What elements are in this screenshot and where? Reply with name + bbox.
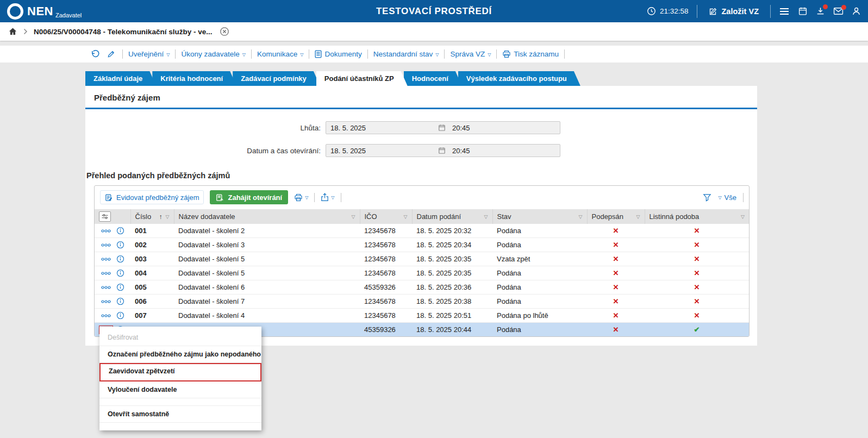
calendar-icon[interactable]	[438, 124, 446, 132]
print-dropdown[interactable]: ▽	[294, 193, 308, 202]
table-row-004[interactable]: 004Dodavatel - školení 51234567818. 5. 2…	[95, 266, 749, 280]
table-heading: Přehled podaných předběžných zájmů	[86, 171, 757, 180]
column-header-podepsan[interactable]: Podepsán▽	[587, 209, 645, 224]
breadcrumb-item[interactable]: N006/25/V00004748 - Telekomunikační služ…	[34, 28, 212, 36]
row-menu-icon[interactable]	[99, 311, 113, 320]
date-value: 18. 5. 2025	[326, 147, 438, 155]
column-header-listinna-podoba[interactable]: Listinná podoba▽	[645, 209, 749, 224]
x-mark-icon: ✕	[694, 255, 700, 263]
edit-pencil-icon[interactable]	[107, 50, 115, 58]
tab-podani-ucastniku-zp[interactable]: Podání účastníků ZP	[316, 71, 408, 86]
create-vz-button[interactable]: Založit VZ	[705, 7, 762, 16]
calendar-icon[interactable]	[438, 147, 446, 154]
vse-dropdown[interactable]: ▽ Vše	[718, 193, 736, 202]
row-menu-icon[interactable]	[99, 241, 113, 249]
evidovat-button[interactable]: Evidovat předběžný zájem	[100, 190, 204, 204]
context-menu-item-vylouceni-dodavatele[interactable]: Vyloučení dodavatele	[99, 381, 261, 398]
cell-listinna-podoba: ✔	[645, 323, 749, 337]
context-menu-item-otevrit-samostatne[interactable]: Otevřít samostatně	[99, 405, 261, 423]
row-menu-icon[interactable]	[99, 283, 113, 292]
filter-caret-icon[interactable]: ▽	[166, 214, 170, 220]
toolbar-item-sprava-vz[interactable]: Správa VZ▽	[450, 50, 491, 58]
row-menu-icon[interactable]	[99, 297, 113, 306]
brand-role: Zadavatel	[55, 12, 82, 18]
row-info-icon[interactable]	[116, 283, 124, 291]
content-panel: Předběžný zájem Lhůta:18. 5. 202520:45Da…	[85, 86, 757, 346]
row-info-icon[interactable]	[116, 269, 124, 277]
toolbar-item-uverejneni[interactable]: Uveřejnění▽	[128, 50, 170, 58]
toolbar-item-nestandardni-stav[interactable]: Nestandardní stav▽	[373, 50, 439, 58]
tab-zadavaci-podminky[interactable]: Zadávací podmínky	[233, 71, 320, 86]
column-header-ico[interactable]: IČO▽	[360, 209, 412, 224]
cell-stav: Podána	[492, 280, 587, 295]
filter-caret-icon[interactable]: ▽	[404, 214, 408, 220]
column-header-cislo[interactable]: Číslo↑▽	[130, 209, 174, 224]
table-row-005[interactable]: 005Dodavatel - školení 64535932618. 5. 2…	[95, 280, 749, 295]
chevron-down-icon: ▽	[305, 196, 308, 200]
context-menu-item-zaevidovat-zpetvzeti[interactable]: Zaevidovat zpětvzetí	[99, 363, 261, 381]
filter-caret-icon[interactable]: ▽	[636, 214, 640, 220]
toolbar-item-komunikace[interactable]: Komunikace▽	[257, 50, 303, 58]
table-row-006[interactable]: 006Dodavatel - školení 71234567818. 5. 2…	[95, 295, 749, 309]
cell-cislo: 004	[130, 266, 174, 280]
tab-hodnoceni[interactable]: Hodnocení	[404, 71, 462, 86]
toolbar-item-tisk-zaznamu[interactable]: Tisk záznamu	[502, 50, 559, 58]
row-info-icon[interactable]	[116, 311, 124, 320]
row-info-icon[interactable]	[116, 255, 124, 263]
cell-stav: Podána po lhůtě	[492, 309, 587, 323]
topbar-actions: 21:32:58 Založit VZ	[647, 5, 861, 18]
toolbar-separator	[743, 193, 744, 202]
cell-stav: Vzata zpět	[492, 252, 587, 266]
x-mark-icon: ✕	[613, 255, 619, 263]
tab-zakladni-udaje[interactable]: Základní údaje	[85, 71, 156, 86]
cell-podepsan: ✕	[587, 323, 645, 337]
column-header-stav[interactable]: Stav▽	[492, 209, 587, 224]
datetime-field[interactable]: 18. 5. 202520:45	[326, 144, 560, 157]
downloads-button[interactable]	[816, 7, 825, 16]
tab-vysledek-zadavaciho-postupu[interactable]: Výsledek zadávacího postupu	[458, 71, 580, 86]
messages-button[interactable]	[833, 7, 844, 15]
chevron-down-icon: ▽	[300, 53, 303, 57]
row-menu-icon[interactable]	[99, 269, 113, 278]
x-mark-icon: ✕	[613, 241, 619, 249]
row-context-menu: DešifrovatOznačení předběžného zájmu jak…	[99, 327, 261, 430]
edit-square-icon	[709, 7, 717, 16]
cell-podepsan: ✕	[587, 295, 645, 309]
datetime-field[interactable]: 18. 5. 202520:45	[326, 121, 560, 134]
filter-caret-icon[interactable]: ▽	[352, 214, 355, 220]
column-settings-icon[interactable]	[99, 211, 111, 222]
column-header-datum-podani[interactable]: Datum podání▽	[412, 209, 492, 224]
table-row-002[interactable]: 002Dodavatel - školení 31234567818. 5. 2…	[95, 238, 749, 252]
toolbar-item-dokumenty[interactable]: Dokumenty	[315, 50, 361, 58]
row-info-icon[interactable]	[116, 241, 124, 249]
row-menu-icon[interactable]	[99, 255, 113, 264]
toolbar-item-ukony-zadavatele[interactable]: Úkony zadavatele▽	[181, 50, 245, 58]
undo-icon[interactable]	[91, 49, 100, 59]
table-row-001[interactable]: 001Dodavatel - školení 21234567818. 5. 2…	[95, 224, 749, 238]
table-row-003[interactable]: 003Dodavatel - školení 51234567818. 5. 2…	[95, 252, 749, 266]
column-header-nazev-dodavatele[interactable]: Název dodavatele▽	[174, 209, 360, 224]
hamburger-menu-button[interactable]	[779, 7, 790, 16]
nen-logo-icon	[7, 3, 23, 20]
context-menu-item-oznaceni-predbezneho-zajmu-jako-nepodaneho[interactable]: Označení předběžného zájmu jako nepodané…	[99, 346, 261, 363]
row-info-icon[interactable]	[116, 227, 124, 235]
row-info-icon[interactable]	[116, 297, 124, 305]
profile-button[interactable]	[852, 7, 861, 16]
row-menu-icon[interactable]	[99, 227, 113, 235]
calendar-button[interactable]	[798, 7, 808, 16]
column-label: Podepsán	[592, 212, 624, 221]
export-dropdown[interactable]: ▽	[321, 193, 334, 202]
nen-logo[interactable]: NEN Zadavatel	[7, 3, 82, 20]
tab-kriteria-hodnoceni[interactable]: Kritéria hodnocení	[152, 71, 236, 86]
table-row-007[interactable]: 007Dodavatel - školení 41234567818. 5. 2…	[95, 309, 749, 323]
close-record-icon[interactable]	[220, 27, 229, 36]
home-icon[interactable]	[8, 27, 17, 36]
column-settings-header[interactable]	[95, 209, 130, 224]
zahajit-button[interactable]: Zahájit otevírání	[210, 190, 288, 204]
filter-caret-icon[interactable]: ▽	[741, 214, 745, 220]
grid-toolbar-right: ▽ Vše	[703, 193, 744, 202]
filter-funnel-icon[interactable]	[703, 193, 711, 202]
filter-caret-icon[interactable]: ▽	[484, 214, 488, 220]
filter-caret-icon[interactable]: ▽	[579, 214, 583, 220]
export-icon	[321, 193, 329, 202]
